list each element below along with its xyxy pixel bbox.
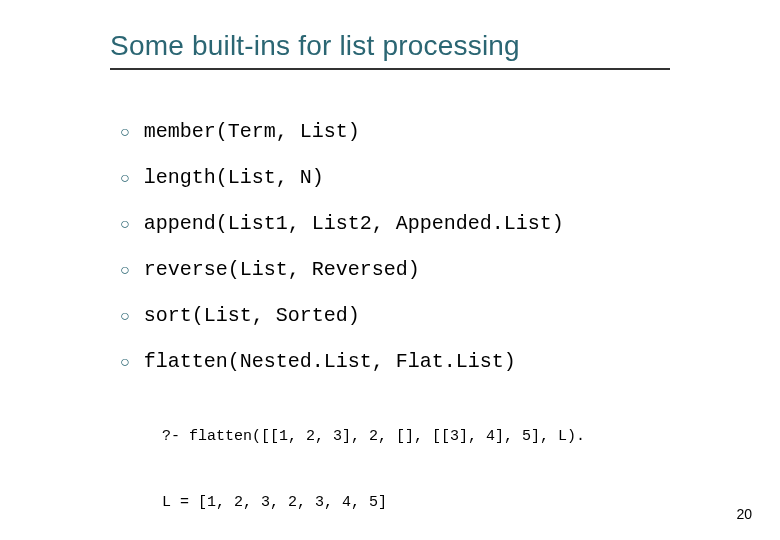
list-item: ○ flatten(Nested.List, Flat.List) bbox=[120, 350, 730, 374]
code-text: length(List, N) bbox=[144, 166, 324, 190]
slide-title: Some built-ins for list processing bbox=[110, 30, 730, 62]
code-text: reverse(List, Reversed) bbox=[144, 258, 420, 282]
slide: Some built-ins for list processing ○ mem… bbox=[0, 0, 780, 540]
code-text: member(Term, List) bbox=[144, 120, 360, 144]
code-text: sort(List, Sorted) bbox=[144, 304, 360, 328]
code-text: flatten(Nested.List, Flat.List) bbox=[144, 350, 516, 374]
list-item: ○ append(List1, List2, Appended.List) bbox=[120, 212, 730, 236]
list-item: ○ member(Term, List) bbox=[120, 120, 730, 144]
bullet-icon: ○ bbox=[120, 258, 130, 282]
example-line: L = [1, 2, 3, 2, 3, 4, 5] bbox=[162, 492, 730, 514]
bullet-icon: ○ bbox=[120, 304, 130, 328]
bullet-icon: ○ bbox=[120, 166, 130, 190]
page-number: 20 bbox=[736, 506, 752, 522]
bullet-list: ○ member(Term, List) ○ length(List, N) ○… bbox=[120, 120, 730, 374]
list-item: ○ length(List, N) bbox=[120, 166, 730, 190]
bullet-icon: ○ bbox=[120, 350, 130, 374]
example-block: ?- flatten([[1, 2, 3], 2, [], [[3], 4], … bbox=[162, 382, 730, 540]
bullet-icon: ○ bbox=[120, 120, 130, 144]
title-rule bbox=[110, 68, 670, 70]
code-text: append(List1, List2, Appended.List) bbox=[144, 212, 564, 236]
list-item: ○ reverse(List, Reversed) bbox=[120, 258, 730, 282]
bullet-icon: ○ bbox=[120, 212, 130, 236]
list-item: ○ sort(List, Sorted) bbox=[120, 304, 730, 328]
example-line: ?- flatten([[1, 2, 3], 2, [], [[3], 4], … bbox=[162, 426, 730, 448]
